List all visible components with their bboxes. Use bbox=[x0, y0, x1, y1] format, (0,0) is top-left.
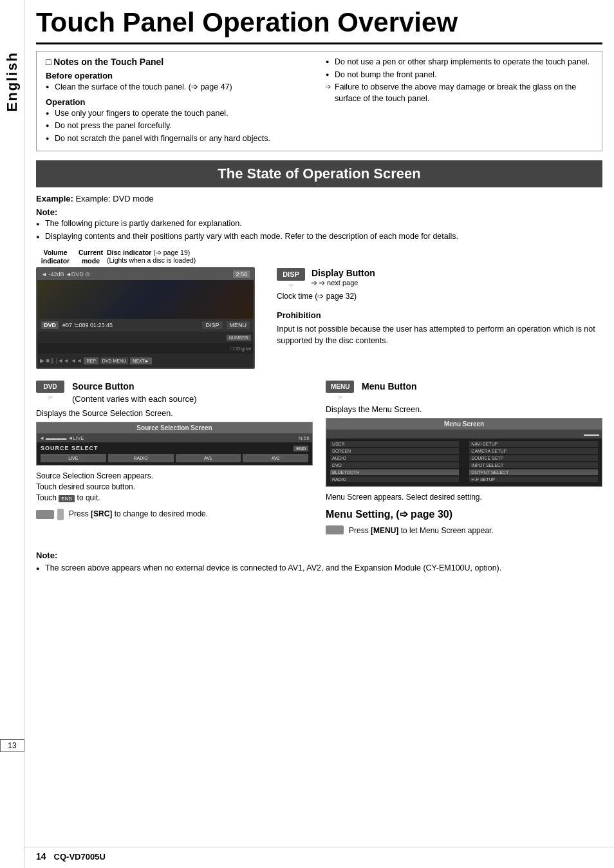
menu-button-row: MENU ☞ Menu Button bbox=[326, 381, 602, 401]
menu-thumb-content: USER NAVI SETUP SCREEN CAMERA SETUP AUDI… bbox=[326, 439, 602, 486]
bottom-note: Note: The screen above appears when no e… bbox=[36, 549, 602, 574]
screen-and-callouts: Volumeindicator Currentmode Disc indicat… bbox=[36, 249, 255, 369]
menu-item-input[interactable]: INPUT SELECT bbox=[469, 462, 598, 468]
screen-top-left: ◄ -42dB ◄DVD ⊙ bbox=[41, 271, 90, 278]
source-btn-av1[interactable]: AV1 bbox=[176, 454, 241, 462]
footer-page-number: 14 bbox=[36, 851, 46, 862]
dvd-menu-btn[interactable]: DVD MENU bbox=[100, 357, 128, 364]
next-btn[interactable]: NEXT► bbox=[130, 357, 152, 364]
touch-icon-menu: ☞ bbox=[326, 394, 354, 401]
diagram-area: Volumeindicator Currentmode Disc indicat… bbox=[36, 249, 602, 369]
menu-item-output[interactable]: OUTPUT SELECT bbox=[469, 469, 598, 475]
menu-row-1: SCREEN CAMERA SETUP bbox=[330, 448, 598, 454]
menu-item-hf[interactable]: H-F SETUP bbox=[469, 476, 598, 482]
menu-item-audio[interactable]: AUDIO bbox=[330, 455, 459, 461]
disp-btn-inline[interactable]: DISP bbox=[202, 321, 222, 329]
bottom-note-list: The screen above appears when no externa… bbox=[36, 563, 602, 574]
source-hint-row: Press [SRC] to change to desired mode. bbox=[36, 509, 313, 520]
disp-button-icon: DISP bbox=[277, 268, 305, 281]
remote-small-icon bbox=[57, 509, 64, 520]
number-btn[interactable]: NUMBER bbox=[227, 335, 251, 341]
screen-dvd-background bbox=[37, 280, 254, 319]
notes-op-title: Operation bbox=[46, 97, 313, 107]
notes-title: □ Notes on the Touch Panel bbox=[46, 57, 313, 67]
source-thumb-buttons: LIVE RADIO AV1 AV2 bbox=[41, 454, 308, 462]
rep-btn[interactable]: REP bbox=[84, 357, 98, 364]
list-item: Do not use a pen or other sharp implemen… bbox=[326, 57, 593, 68]
end-btn-inline[interactable]: END bbox=[59, 495, 75, 502]
callout-disc: Disc indicator (➩ page 19) (Lights when … bbox=[107, 249, 197, 265]
source-selection-screen-thumb: Source Selection Screen ◄ ▬▬▬▬ ◄LIVE N:5… bbox=[36, 422, 313, 466]
remote-icon bbox=[36, 510, 54, 519]
top-callouts: Volumeindicator Currentmode Disc indicat… bbox=[36, 249, 255, 265]
source-thumb-title: SOURCE SELECT bbox=[41, 445, 98, 451]
menu-item-camera[interactable]: CAMERA SETUP bbox=[469, 448, 598, 454]
note-heading: Note: bbox=[36, 207, 602, 217]
source-button-row: DVD ☞ Source Button (Content varies with… bbox=[36, 381, 313, 405]
screen-secondary-bar: NUMBER bbox=[37, 332, 254, 343]
sidebar: English 13 bbox=[0, 0, 24, 868]
source-button-desc: Source Button (Content varies with each … bbox=[72, 381, 197, 405]
main-content: Touch Panel Operation Overview □ Notes o… bbox=[24, 0, 614, 590]
callout-mode: Currentmode bbox=[75, 249, 107, 265]
displays-source-text: Displays the Source Selection Screen. bbox=[36, 409, 313, 418]
source-button-group: DVD ☞ bbox=[36, 381, 64, 401]
source-appears-text: Source Selection Screen appears. Touch d… bbox=[36, 471, 313, 503]
footer-model-number: CQ-VD7005U bbox=[54, 852, 106, 862]
menu-item-source[interactable]: SOURCE SETP bbox=[469, 455, 598, 461]
notes-col-left: □ Notes on the Touch Panel Before operat… bbox=[46, 57, 313, 146]
list-item: Do not scratch the panel with fingernail… bbox=[46, 133, 313, 145]
menu-appears-text: Menu Screen appears. Select desired sett… bbox=[326, 492, 602, 503]
menu-item-screen[interactable]: SCREEN bbox=[330, 448, 459, 454]
menu-thumb-topbar: ▬▬▬ bbox=[326, 429, 602, 439]
prohibition-box: Prohibition Input is not possible becaus… bbox=[277, 310, 602, 346]
example-text: Example: Example: DVD mode bbox=[36, 194, 602, 203]
dvd-source-btn[interactable]: DVD bbox=[36, 381, 64, 393]
screen-top-bar: ◄ -42dB ◄DVD ⊙ 2:56 bbox=[37, 269, 254, 280]
source-thumb-header: Source Selection Screen bbox=[37, 422, 312, 433]
source-btn-live[interactable]: LIVE bbox=[41, 454, 106, 462]
menu-button-group: MENU ☞ bbox=[326, 381, 354, 401]
menu-section: MENU ☞ Menu Button Displays the Menu Scr… bbox=[326, 381, 602, 540]
notes-col-right: Do not use a pen or other sharp implemen… bbox=[326, 57, 593, 146]
bottom-section: DVD ☞ Source Button (Content varies with… bbox=[36, 381, 602, 540]
menu-setting-text: Menu Setting, (➩ page 30) bbox=[326, 508, 602, 520]
source-thumb-topbar: ◄ ▬▬▬▬ ◄LIVE N:56 bbox=[37, 433, 312, 442]
source-thumb-end-btn[interactable]: END bbox=[293, 446, 308, 451]
screen-main-area bbox=[37, 280, 254, 319]
footer: 14 CQ-VD7005U bbox=[24, 847, 614, 862]
source-thumb-content: SOURCE SELECT END LIVE RADIO AV1 AV2 bbox=[37, 442, 312, 465]
list-item: Do not bump the front panel. bbox=[326, 70, 593, 81]
menu-item-radio[interactable]: RADIO bbox=[330, 476, 459, 482]
menu-hint-text: Press [MENU] to let Menu Screen appear. bbox=[349, 525, 494, 536]
screen-clock: 2:56 bbox=[233, 270, 250, 278]
list-item: Do not press the panel forcefully. bbox=[46, 120, 313, 132]
disp-area: DISP ☞ Display Button ➩ next page bbox=[277, 268, 602, 289]
menu-row-0: USER NAVI SETUP bbox=[330, 441, 598, 447]
menu-remote-icon bbox=[326, 525, 344, 534]
note-bullet: The following picture is partly darkened… bbox=[36, 218, 602, 230]
menu-item-navi[interactable]: NAVI SETUP bbox=[469, 441, 598, 447]
menu-item-dvd[interactable]: DVD bbox=[330, 462, 459, 468]
section-header: The State of Operation Screen bbox=[36, 160, 602, 187]
screen-info-bar: DVD #07 ≒089 01:23:45 DISP MENU bbox=[37, 319, 254, 332]
digital-label: □□Digital bbox=[230, 346, 251, 352]
bottom-note-item: The screen above appears when no externa… bbox=[36, 563, 602, 574]
menu-screen-thumb: Menu Screen ▬▬▬ USER NAVI SETUP SCREEN C… bbox=[326, 418, 602, 487]
playback-icons: ▶ ■ ‖ |◄◄ ◄◄ bbox=[40, 357, 82, 364]
source-btn-radio[interactable]: RADIO bbox=[108, 454, 174, 462]
menu-btn-inline[interactable]: MENU bbox=[227, 321, 250, 329]
source-thumb-title-row: SOURCE SELECT END bbox=[41, 445, 308, 451]
menu-item-user[interactable]: USER bbox=[330, 441, 459, 447]
menu-hint-icons bbox=[326, 525, 344, 534]
menu-btn-icon[interactable]: MENU bbox=[326, 381, 354, 393]
notes-before-title: Before operation bbox=[46, 71, 313, 80]
touch-icon-source: ☞ bbox=[36, 394, 64, 401]
source-btn-av2[interactable]: AV2 bbox=[243, 454, 308, 462]
notes-right-list: Do not use a pen or other sharp implemen… bbox=[326, 57, 593, 80]
arrow-item: Failure to observe the above may damage … bbox=[326, 82, 593, 104]
screen-track-info: #07 ≒089 01:23:45 bbox=[62, 322, 113, 328]
menu-item-bluetooth[interactable]: BLUETOOTH bbox=[330, 469, 459, 475]
sidebar-language: English bbox=[4, 52, 21, 111]
menu-button-desc: Menu Button bbox=[362, 381, 417, 393]
